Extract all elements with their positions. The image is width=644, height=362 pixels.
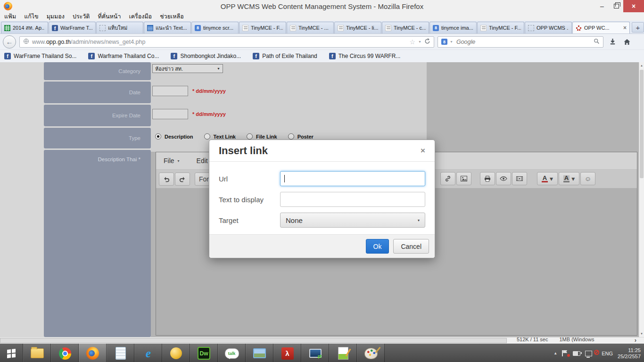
browser-tab[interactable]: แนะนำ Text... bbox=[144, 22, 191, 33]
browser-tab[interactable]: OPP WCMS ... bbox=[525, 22, 572, 33]
battery-icon[interactable] bbox=[573, 351, 580, 356]
taskbar-file-explorer[interactable] bbox=[23, 344, 51, 362]
window-title: OPP WCMS Web Content Management System -… bbox=[0, 2, 644, 10]
browser-tab[interactable]: TinyMCE - ... bbox=[287, 22, 334, 33]
radio-label: Description bbox=[165, 134, 193, 140]
bookmark-label: Shombongkot Jindako... bbox=[180, 53, 241, 59]
menu-bookmarks[interactable]: ที่คั่นหน้า bbox=[98, 12, 121, 21]
label-text: Description Thai * bbox=[98, 156, 140, 162]
browser-tab[interactable]: 8 tinymce scr... bbox=[191, 22, 239, 33]
browser-tab[interactable]: TinyMCE - F... bbox=[239, 22, 286, 33]
cancel-button[interactable]: Cancel bbox=[393, 239, 429, 254]
radio-file-link[interactable]: File Link bbox=[247, 133, 277, 140]
vertical-scrollbar[interactable]: ▲ ▼ bbox=[639, 62, 644, 337]
taskbar-adobe-reader[interactable]: λ bbox=[273, 344, 301, 362]
reload-button[interactable] bbox=[424, 38, 430, 46]
radio-icon bbox=[288, 133, 294, 140]
taskbar-chrome[interactable] bbox=[51, 344, 79, 362]
url-input[interactable] bbox=[280, 171, 425, 186]
editor-menu-file[interactable]: File▾ bbox=[164, 157, 180, 165]
browser-tab[interactable]: f WarFrame T... bbox=[49, 22, 96, 33]
insert-media-button[interactable] bbox=[512, 172, 527, 185]
radio-description[interactable]: Description bbox=[155, 133, 193, 140]
tray-expand-icon[interactable]: ▲ bbox=[553, 351, 557, 355]
bookmark-item[interactable]: fShombongkot Jindako... bbox=[171, 53, 241, 59]
search-engine-dropdown-icon[interactable]: ▼ bbox=[450, 40, 453, 43]
background-color-button[interactable]: A▾ bbox=[559, 172, 579, 185]
taskbar-dreamweaver[interactable]: Dw bbox=[190, 344, 218, 362]
bookmark-label: Path of Exile Thailand bbox=[262, 53, 317, 59]
bookmark-star-icon[interactable]: ☆ bbox=[410, 38, 416, 46]
emoticons-button[interactable]: ☺ bbox=[580, 172, 595, 185]
url-bar[interactable]: www.opp.go.th/admin/news/news_get4.php ☆… bbox=[19, 36, 434, 48]
target-select[interactable]: None ▾ bbox=[280, 213, 425, 228]
menu-file[interactable]: แฟ้ม bbox=[4, 12, 16, 21]
network-icon[interactable] bbox=[585, 351, 592, 356]
taskbar-paint[interactable] bbox=[357, 344, 385, 362]
bookmark-item[interactable]: fPath of Exile Thailand bbox=[253, 53, 317, 59]
restore-button[interactable] bbox=[609, 0, 623, 12]
menu-edit[interactable]: แก้ไข bbox=[24, 12, 38, 21]
start-button[interactable] bbox=[0, 344, 23, 362]
tray-clock[interactable]: 11:25 25/2/2557 bbox=[618, 347, 641, 360]
ok-button[interactable]: Ok bbox=[366, 239, 389, 254]
language-indicator[interactable]: ENG bbox=[602, 351, 613, 356]
bookmark-item[interactable]: fWarframe Thailand Co... bbox=[88, 53, 159, 59]
horizontal-scroll-thumb[interactable] bbox=[0, 338, 507, 343]
taskbar-remote-desktop[interactable]: ⇄ bbox=[301, 344, 329, 362]
print-button[interactable] bbox=[480, 172, 495, 185]
taskbar-acdsee[interactable] bbox=[162, 344, 190, 362]
redo-button[interactable] bbox=[175, 173, 190, 186]
category-select[interactable]: ห้องข่าว สท. ▼ bbox=[152, 64, 223, 73]
taskbar-internet-explorer[interactable]: e bbox=[134, 344, 162, 362]
search-box[interactable]: 8 ▼ bbox=[438, 36, 603, 48]
scroll-up-icon[interactable]: ▲ bbox=[639, 64, 644, 67]
bookmark-item[interactable]: fWarFrame Thailand So... bbox=[4, 53, 76, 59]
search-input[interactable] bbox=[455, 38, 591, 46]
taskbar-notes-editor[interactable] bbox=[329, 344, 357, 362]
taskbar-photo-viewer[interactable] bbox=[246, 344, 273, 362]
tab-close-icon[interactable]: × bbox=[622, 25, 627, 31]
new-tab-button[interactable]: + bbox=[632, 22, 644, 33]
browser-tab[interactable]: TinyMCE - F... bbox=[477, 22, 524, 33]
radio-poster[interactable]: Poster bbox=[288, 133, 314, 140]
text-to-display-input[interactable] bbox=[280, 192, 425, 207]
download-button[interactable] bbox=[607, 38, 618, 45]
menu-history[interactable]: ประวัติ bbox=[73, 12, 90, 21]
taskbar-firefox[interactable] bbox=[79, 344, 107, 362]
taskbar-gtalk[interactable]: talk bbox=[218, 344, 246, 362]
date-input[interactable] bbox=[152, 86, 188, 96]
radio-text-link[interactable]: Text Link bbox=[204, 133, 236, 140]
home-button[interactable] bbox=[621, 38, 633, 46]
browser-tab[interactable]: 2014 สท. Ap... bbox=[1, 22, 48, 33]
bookmark-item[interactable]: fThe Circus 99 WARFR... bbox=[329, 53, 401, 59]
expire-date-input[interactable] bbox=[152, 109, 188, 119]
dialog-close-icon[interactable]: × bbox=[421, 146, 425, 156]
insert-link-button[interactable] bbox=[440, 172, 455, 185]
action-center-icon[interactable] bbox=[562, 350, 568, 356]
system-tray: ▲ ENG 11:25 25/2/2557 bbox=[553, 344, 644, 362]
back-button[interactable]: ← bbox=[3, 35, 16, 49]
insert-image-button[interactable] bbox=[456, 172, 471, 185]
menu-help[interactable]: ช่วยเหลือ bbox=[160, 12, 184, 21]
search-icon[interactable] bbox=[594, 38, 600, 46]
text-color-button[interactable]: A▾ bbox=[537, 172, 558, 185]
browser-tab[interactable]: TinyMCE - c... bbox=[382, 22, 429, 33]
form-label-date: Date bbox=[44, 82, 151, 103]
taskbar-notepad[interactable] bbox=[107, 344, 134, 362]
browser-tab-active[interactable]: OPP WC... × bbox=[572, 22, 630, 33]
urlbar-dropdown-icon[interactable]: ▼ bbox=[418, 40, 421, 43]
minimize-button[interactable]: – bbox=[595, 0, 609, 12]
preview-button[interactable] bbox=[496, 172, 511, 185]
vertical-scroll-thumb[interactable] bbox=[640, 70, 644, 178]
target-value: None bbox=[286, 216, 303, 224]
browser-tab[interactable]: 8 tinymce ima... bbox=[429, 22, 477, 33]
undo-button[interactable] bbox=[159, 173, 174, 186]
menu-view[interactable]: มุมมอง bbox=[47, 12, 65, 21]
menu-tools[interactable]: เครื่องมือ bbox=[129, 12, 152, 21]
browser-tab[interactable]: TinyMCE - li... bbox=[334, 22, 381, 33]
scroll-right-icon[interactable]: › bbox=[635, 337, 636, 344]
close-button[interactable]: × bbox=[623, 0, 644, 12]
scroll-down-icon[interactable]: ▼ bbox=[639, 332, 644, 335]
browser-tab[interactable]: แท็บใหม่ bbox=[96, 22, 143, 33]
